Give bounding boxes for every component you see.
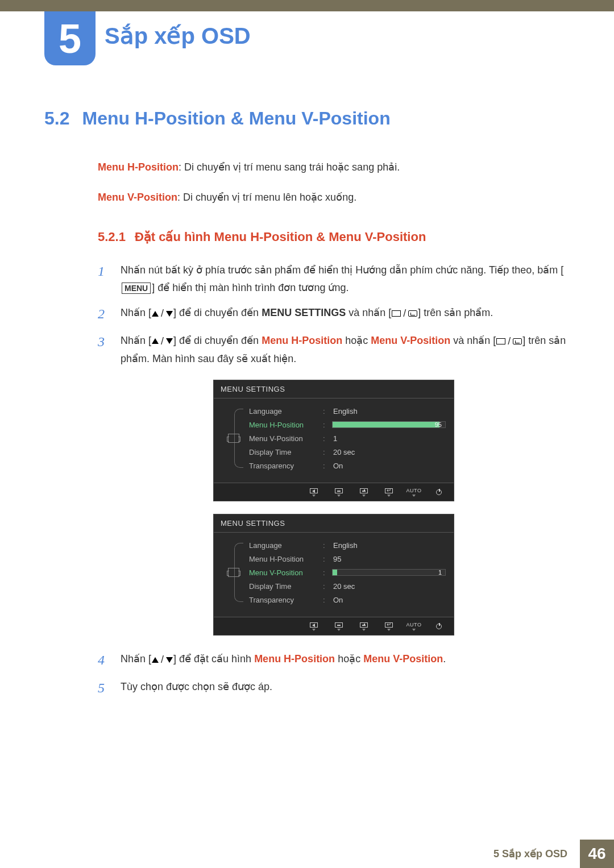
step4-post: . <box>443 653 446 665</box>
step3-mid: ] để di chuyển đến <box>173 335 262 346</box>
page-content: 5.2 Menu H-Position & Menu V-Position Me… <box>44 108 570 706</box>
osd-value: On <box>332 596 343 604</box>
osd-side-grouping <box>222 404 246 472</box>
display-icon <box>228 434 239 443</box>
step1-post: ] để hiển thị màn hình trình đơn tương ứ… <box>152 282 349 293</box>
step2-p1: và nhấn [ <box>346 307 391 318</box>
osd-row-language: Language : English <box>246 404 446 418</box>
osd-title: MENU SETTINGS <box>214 380 454 398</box>
step-2: 2 Nhấn [/] để di chuyển đến MENU SETTING… <box>98 304 570 324</box>
osd-footer-buttons: AUTO <box>214 483 454 501</box>
osd-value: 95 <box>332 555 341 563</box>
step-text: Nhấn nút bất kỳ ở phía trước sản phẩm để… <box>121 261 570 296</box>
osd-side-grouping <box>222 538 246 607</box>
plus-icon <box>358 621 370 631</box>
osd-row-vpos-selected: Menu V-Position : 1 <box>246 566 446 579</box>
slider-value: 95 <box>435 421 442 428</box>
section-number: 5.2 <box>44 108 69 129</box>
step4-or: hoặc <box>335 653 363 665</box>
step-number: 5 <box>98 678 110 698</box>
osd-label: Display Time <box>246 582 318 591</box>
menu-v-position-label: Menu V-Position <box>363 653 443 665</box>
step2-mid: ] để di chuyển đến <box>173 307 262 318</box>
step2-p2: ] trên sản phẩm. <box>418 307 493 318</box>
source-enter-icon: / <box>496 333 522 350</box>
osd-row-vpos: Menu V-Position : 1 <box>246 431 446 445</box>
step4-mid: ] để đặt cấu hình <box>173 653 254 665</box>
osd-row-display-time: Display Time : 20 sec <box>246 445 446 459</box>
footer-chapter-label: 5 Sắp xếp OSD <box>481 840 580 868</box>
subsection-heading: 5.2.1 Đặt cấu hình Menu H-Position & Men… <box>98 230 570 244</box>
description-line-1: Menu H-Position: Di chuyển vị trí menu s… <box>98 159 570 176</box>
description-line-2: Menu V-Position: Di chuyển vị trí menu l… <box>98 189 570 206</box>
menu-h-position-label: Menu H-Position <box>254 653 335 665</box>
osd-label: Transparency <box>246 596 318 604</box>
page-footer: 5 Sắp xếp OSD 46 <box>0 840 614 868</box>
osd-footer-buttons: AUTO <box>214 617 454 635</box>
display-icon <box>228 568 239 577</box>
enter-icon <box>383 487 395 497</box>
step-number: 1 <box>98 261 110 296</box>
menu-button-label: MENU <box>122 283 151 294</box>
top-accent-bar <box>0 0 614 11</box>
description-block: Menu H-Position: Di chuyển vị trí menu s… <box>98 159 570 206</box>
step3-pre: Nhấn [ <box>121 335 151 346</box>
osd-value: English <box>332 407 358 416</box>
osd-screenshots: MENU SETTINGS Language : English Menu <box>98 380 570 636</box>
slider-fill <box>333 422 439 427</box>
osd-slider-vpos: 1 <box>332 569 446 576</box>
osd-row-language: Language : English <box>246 538 446 552</box>
osd-label: Menu V-Position <box>246 568 318 577</box>
plus-icon <box>358 487 370 497</box>
osd-label: Transparency <box>246 462 318 470</box>
osd-label: Language <box>246 541 318 550</box>
step-text: Nhấn [/] để di chuyển đến MENU SETTINGS … <box>121 304 570 324</box>
subsection-number: 5.2.1 <box>98 230 126 244</box>
osd-row-hpos: Menu H-Position : 95 <box>246 552 446 566</box>
menu-h-position-label: Menu H-Position <box>262 335 342 346</box>
desc-text-2: : Di chuyển vị trí menu lên hoặc xuống. <box>177 192 356 203</box>
section-heading: 5.2 Menu H-Position & Menu V-Position <box>44 108 570 129</box>
step2-pre: Nhấn [ <box>121 307 151 318</box>
subsection-title: Đặt cấu hình Menu H-Position & Menu V-Po… <box>135 230 426 244</box>
arrows-up-down-icon: / <box>152 333 173 350</box>
osd-label: Display Time <box>246 448 318 456</box>
step-5: 5 Tùy chọn được chọn sẽ được áp. <box>98 678 570 698</box>
slider-value: 1 <box>438 569 442 576</box>
step-4: 4 Nhấn [/] để đặt cấu hình Menu H-Positi… <box>98 650 570 670</box>
section-title: Menu H-Position & Menu V-Position <box>82 108 390 129</box>
chapter-number-badge: 5 <box>44 11 96 65</box>
osd-value: English <box>332 541 358 550</box>
source-enter-icon: / <box>392 305 417 322</box>
page-number: 46 <box>580 840 614 868</box>
osd-row-transparency: Transparency : On <box>246 593 446 607</box>
menu-settings-label: MENU SETTINGS <box>262 307 346 318</box>
step-1: 1 Nhấn nút bất kỳ ở phía trước sản phẩm … <box>98 261 570 296</box>
osd-rows: Language : English Menu H-Position : 95 <box>246 404 446 472</box>
step-text: Nhấn [/] để đặt cấu hình Menu H-Position… <box>121 650 570 670</box>
osd-panel-vpos: MENU SETTINGS Language : English Menu <box>213 514 454 636</box>
arrows-up-down-icon: / <box>152 651 173 668</box>
osd-label: Menu H-Position <box>246 421 318 429</box>
step-number: 2 <box>98 304 110 324</box>
osd-value: 20 sec <box>332 582 355 591</box>
minus-icon <box>333 487 345 497</box>
back-icon <box>308 487 320 497</box>
power-icon <box>433 489 445 496</box>
osd-slider-hpos: 95 <box>332 421 446 428</box>
step4-pre: Nhấn [ <box>121 653 151 665</box>
osd-label: Menu V-Position <box>246 434 318 443</box>
menu-v-position-label: Menu V-Position <box>371 335 450 346</box>
osd-label: Menu H-Position <box>246 555 318 563</box>
osd-row-display-time: Display Time : 20 sec <box>246 579 446 593</box>
step3-p1: và nhấn [ <box>450 335 496 346</box>
osd-value: 1 <box>332 434 337 443</box>
enter-icon <box>383 621 395 631</box>
back-icon <box>308 621 320 631</box>
step-text: Tùy chọn được chọn sẽ được áp. <box>121 678 570 698</box>
osd-row-hpos-selected: Menu H-Position : 95 <box>246 418 446 431</box>
power-icon <box>433 623 445 630</box>
osd-value: On <box>332 462 343 470</box>
arrows-up-down-icon: / <box>152 305 173 322</box>
step-number: 4 <box>98 650 110 670</box>
